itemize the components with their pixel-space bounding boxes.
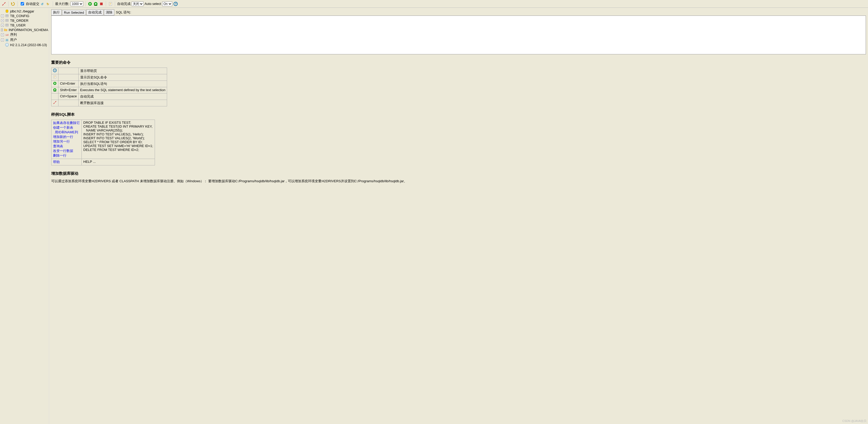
command-row: Shift+EnterExecutes the SQL statement de… — [52, 87, 167, 93]
autocommit-label: 自动提交 — [26, 2, 39, 6]
command-shortcut — [58, 68, 79, 74]
sql-label: SQL 语句: — [116, 10, 131, 15]
history-icon[interactable] — [108, 2, 113, 6]
tree-item-label: INFORMATION_SCHEMA — [8, 28, 48, 32]
commands-table: 显示帮助页显示历史SQL命令Ctrl+Enter执行当前SQL语句Shift+E… — [51, 67, 167, 106]
command-shortcut — [58, 74, 79, 81]
sql-controls: 执行 Run Selected 自动完成 清除 SQL 语句: — [51, 9, 866, 16]
disconnect-icon[interactable] — [2, 2, 6, 6]
tree-item[interactable]: +TB_USER — [1, 23, 48, 27]
users-icon — [5, 38, 9, 42]
tree-item-label: TB_ORDER — [10, 19, 28, 23]
maxrows-label: 最大行数: — [55, 2, 69, 6]
run-button[interactable]: 执行 — [51, 9, 62, 16]
sql-input[interactable] — [51, 16, 866, 54]
command-row: Ctrl+Space自动完成 — [52, 93, 167, 100]
tree-item[interactable]: +用户 — [1, 37, 48, 43]
seq-icon — [5, 33, 9, 37]
separator — [17, 1, 18, 6]
command-shortcut: Shift+Enter — [58, 87, 79, 93]
important-commands-heading: 重要的命令 — [51, 60, 866, 65]
tree-item-label: TB_CONFIG — [10, 14, 29, 18]
tree-item-label: 用户 — [10, 37, 17, 42]
table-icon — [5, 14, 9, 18]
sample-link[interactable]: 增加新的一行 — [53, 135, 73, 139]
sample-link[interactable]: 查询表 — [53, 144, 63, 148]
tree-item[interactable]: +序列 — [1, 32, 48, 37]
run-selected-icon[interactable] — [93, 2, 98, 6]
expand-icon[interactable]: + — [1, 38, 4, 41]
run-icon[interactable] — [88, 2, 92, 6]
command-row: Ctrl+Enter执行当前SQL语句 — [52, 81, 167, 87]
sidebar: jdbc:h2:./beggar +TB_CONFIG+TB_ORDER+TB_… — [0, 8, 49, 424]
sample-help-link[interactable]: 帮助 — [53, 160, 60, 164]
autoselect-label: Auto select — [145, 2, 161, 6]
sample-help-sql: HELP ... — [82, 159, 155, 165]
sample-link[interactable]: 用ID和NAME列 — [53, 130, 78, 134]
sample-sql-cell: DROP TABLE IF EXISTS TEST; CREATE TABLE … — [82, 120, 155, 159]
commit-icon[interactable] — [40, 2, 45, 6]
maxrows-select[interactable]: 1000 — [71, 2, 83, 6]
watermark: CSDN @JAVA拾贝 — [842, 419, 866, 423]
expand-icon[interactable]: + — [1, 24, 4, 27]
autocomplete-button[interactable]: 自动完成 — [86, 9, 103, 16]
command-desc: 执行当前SQL语句 — [79, 81, 167, 87]
refresh-icon[interactable] — [10, 2, 15, 6]
tree-item[interactable]: +TB_ORDER — [1, 18, 48, 23]
autocomplete-select[interactable]: 关闭 — [132, 2, 144, 6]
sample-link[interactable]: 创建一个新表 — [53, 125, 73, 130]
database-icon — [5, 9, 9, 13]
command-shortcut: Ctrl+Enter — [58, 81, 79, 87]
expand-icon[interactable]: + — [1, 28, 3, 31]
table-icon — [5, 18, 9, 23]
tree-version: H2 2.1.214 (2022-06-13) — [1, 43, 48, 47]
clear-button[interactable]: 清除 — [104, 9, 114, 16]
folder-icon — [4, 28, 7, 32]
command-icon — [52, 93, 58, 100]
tree-db-root[interactable]: jdbc:h2:./beggar — [1, 9, 48, 13]
sample-sql-heading: 样例SQL脚本 — [51, 112, 866, 117]
autocommit-checkbox[interactable] — [21, 2, 24, 5]
separator — [115, 1, 115, 6]
driver-heading: 增加数据库驱动 — [51, 171, 866, 176]
command-desc: 自动完成 — [79, 93, 167, 100]
autoselect-select[interactable]: On — [162, 2, 172, 6]
expand-icon[interactable]: + — [1, 33, 4, 36]
tree-version-label: H2 2.1.214 (2022-06-13) — [10, 43, 47, 47]
sample-link[interactable]: 删除一行 — [53, 153, 66, 158]
sample-table: 如果表存在删除它创建一个新表 用ID和NAME列增加新的一行增加另一行查询表改变… — [51, 120, 155, 165]
table-icon — [5, 23, 9, 27]
sample-link[interactable]: 如果表存在删除它 — [53, 121, 80, 125]
command-icon[interactable] — [52, 87, 58, 93]
run-selected-button[interactable]: Run Selected — [62, 10, 86, 15]
command-shortcut: Ctrl+Space — [58, 93, 79, 100]
tree-item[interactable]: +TB_CONFIG — [1, 13, 48, 18]
command-row: 显示帮助页 — [52, 68, 167, 74]
sample-link[interactable]: 增加另一行 — [53, 140, 70, 143]
tree-item[interactable]: +INFORMATION_SCHEMA — [1, 27, 48, 32]
sample-link[interactable]: 改变一行数据 — [53, 149, 73, 153]
separator — [106, 1, 106, 6]
info-icon — [5, 43, 9, 47]
toolbar: 自动提交 最大行数: 1000 自动完成 关闭 Auto select On — [0, 0, 868, 8]
command-row: 显示历史SQL命令 — [52, 74, 167, 81]
driver-text: 可以通过添加系统环境变量H2DRIVERS 或者 CLASSPATH 来增加数据… — [51, 179, 866, 184]
separator — [85, 1, 86, 6]
command-icon[interactable] — [52, 100, 58, 106]
tree-item-label: TB_USER — [10, 23, 26, 27]
help-icon[interactable] — [173, 2, 178, 6]
command-icon[interactable] — [52, 68, 58, 74]
content: 执行 Run Selected 自动完成 清除 SQL 语句: 重要的命令 显示… — [49, 8, 868, 424]
stop-icon[interactable] — [99, 2, 104, 6]
command-row: 断开数据库连接 — [52, 100, 167, 106]
expand-icon[interactable]: + — [1, 19, 4, 22]
rollback-icon[interactable] — [46, 2, 51, 6]
command-desc: Executes the SQL statement defined by th… — [79, 87, 167, 93]
expand-icon[interactable]: + — [1, 15, 4, 17]
tree-item-label: 序列 — [10, 32, 17, 37]
command-icon[interactable] — [52, 74, 58, 81]
autocomplete-label: 自动完成 — [117, 2, 131, 6]
command-icon[interactable] — [52, 81, 58, 87]
command-shortcut — [58, 100, 79, 106]
command-desc: 显示历史SQL命令 — [79, 74, 167, 81]
